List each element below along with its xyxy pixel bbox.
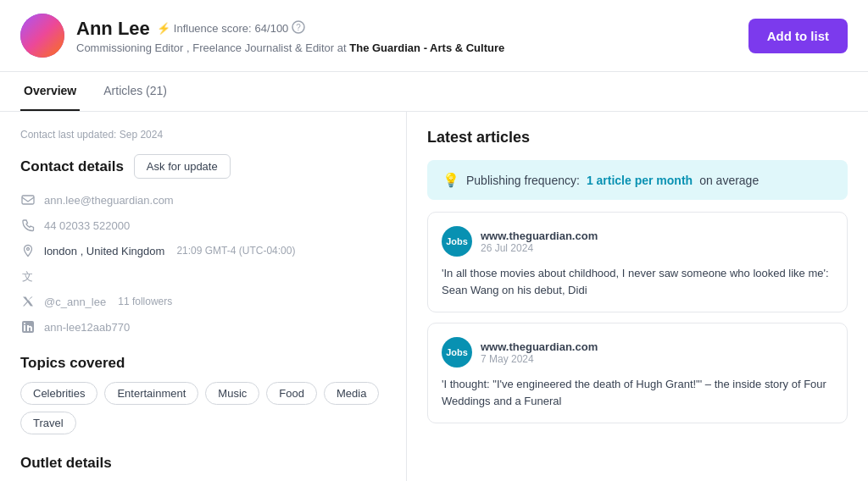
publishing-highlight: 1 article per month [587,174,693,187]
topic-media: Media [324,382,379,405]
ask-update-button[interactable]: Ask for update [134,154,231,179]
influence-value: 64/100 [255,22,289,35]
help-icon[interactable]: ? [292,20,305,36]
logo-text-1: Jobs [446,236,468,246]
topics-section: Topics covered Celebrities Entertainment… [20,355,386,434]
svg-text:?: ? [297,23,302,32]
email-icon [20,192,36,207]
avatar [20,14,64,58]
contact-email: ann.lee@theguardian.com [20,192,386,207]
linkedin-icon [20,319,36,334]
influence-score: ⚡ Influence score: 64/100 ? [157,20,306,36]
contact-updated: Contact last updated: Sep 2024 [20,129,386,141]
outlet-meta-1: www.theguardian.com 26 Jul 2024 [481,229,598,254]
tab-overview[interactable]: Overview [20,72,80,111]
translate-icon: 文 [20,268,36,284]
contact-linkedin: ann-lee12aab770 [20,319,386,334]
svg-text:文: 文 [22,270,33,283]
bolt-icon: ⚡ [157,22,170,35]
contact-location: london , United Kingdom 21:09 GMT-4 (UTC… [20,243,386,258]
article-card-2[interactable]: Jobs www.theguardian.com 7 May 2024 'I t… [427,323,848,423]
outlet-title: Outlet details [20,455,386,472]
outlet-bold: The Guardian - Arts & Culture [349,41,504,54]
topic-entertainment: Entertainment [104,382,198,405]
right-panel: Latest articles 💡 Publishing frequency: … [407,112,868,481]
contact-language: 文 [20,268,386,284]
profile-role: Commissioning Editor , Freelance Journal… [76,41,504,54]
outlet-meta-2: www.theguardian.com 7 May 2024 [481,340,598,365]
publishing-frequency-box: 💡 Publishing frequency: 1 article per mo… [427,160,848,200]
name-text: Ann Lee [76,18,150,40]
topics-title: Topics covered [20,355,386,372]
latest-articles-title: Latest articles [427,129,848,147]
topic-travel: Travel [20,412,76,434]
article-meta-1: Jobs www.theguardian.com 26 Jul 2024 [442,226,833,257]
article-date-2: 7 May 2024 [481,353,598,365]
outlet-section: Outlet details Ann Lee works as Commissi… [20,455,386,481]
contact-title: Contact details [20,158,124,175]
article-date-1: 26 Jul 2024 [481,242,598,254]
outlet-logo-1: Jobs [442,226,472,257]
contact-section-header: Contact details Ask for update [20,154,386,179]
linkedin-value: ann-lee12aab770 [44,321,130,334]
influence-label: Influence score: [174,22,252,35]
topics-list: Celebrities Entertainment Music Food Med… [20,382,386,434]
topic-celebrities: Celebrities [20,382,97,405]
tabs-bar: Overview Articles (21) [0,72,868,112]
tab-articles[interactable]: Articles (21) [100,72,170,111]
profile-name: Ann Lee ⚡ Influence score: 64/100 ? [76,18,504,40]
article-title-1: 'In all those movies about childhood, I … [442,265,833,298]
svg-point-3 [27,248,30,251]
email-value: ann.lee@theguardian.com [44,194,174,207]
topic-food: Food [266,382,317,405]
twitter-followers: 11 followers [118,296,172,307]
main-content: Contact last updated: Sep 2024 Contact d… [0,112,868,481]
header-profile: Ann Lee ⚡ Influence score: 64/100 ? Comm… [20,14,504,58]
role-text: Commissioning Editor , Freelance Journal… [76,41,349,54]
phone-icon [20,218,36,233]
article-meta-2: Jobs www.theguardian.com 7 May 2024 [442,337,833,368]
outlet-name-1: www.theguardian.com [481,229,598,242]
logo-text-2: Jobs [446,347,468,357]
timezone-value: 21:09 GMT-4 (UTC-04:00) [176,245,295,257]
publishing-suffix: on average [699,174,759,187]
page-header: Ann Lee ⚡ Influence score: 64/100 ? Comm… [0,0,868,72]
topic-music: Music [205,382,259,405]
twitter-handle: @c_ann_lee [44,296,106,308]
location-icon [20,243,36,258]
header-info: Ann Lee ⚡ Influence score: 64/100 ? Comm… [76,18,504,54]
publishing-prefix: Publishing frequency: [466,174,580,187]
contact-twitter: @c_ann_lee 11 followers [20,294,386,309]
article-card-1[interactable]: Jobs www.theguardian.com 26 Jul 2024 'In… [427,212,848,312]
svg-rect-6 [24,325,25,331]
article-title-2: 'I thought: "I've engineered the death o… [442,376,833,409]
location-value: london , United Kingdom [44,245,164,257]
svg-rect-2 [22,196,34,204]
twitter-icon [20,294,36,309]
outlet-name-2: www.theguardian.com [481,340,598,353]
left-panel: Contact last updated: Sep 2024 Contact d… [0,112,407,481]
outlet-logo-2: Jobs [442,337,472,368]
svg-point-7 [24,323,25,324]
add-to-list-button[interactable]: Add to list [748,19,848,53]
bulb-icon: 💡 [442,172,459,188]
phone-value: 44 02033 522000 [44,219,130,232]
contact-phone: 44 02033 522000 [20,218,386,233]
